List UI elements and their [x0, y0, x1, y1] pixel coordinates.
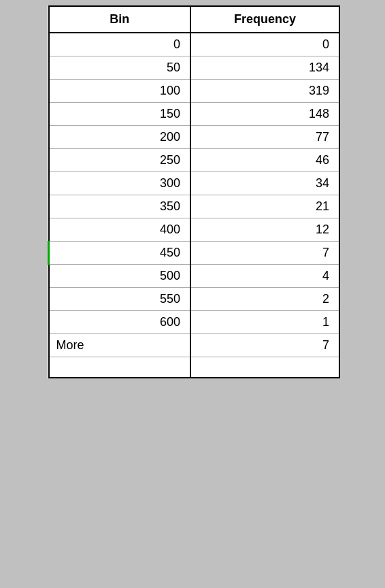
table-row: 25046: [49, 149, 340, 172]
table-row: 20077: [49, 126, 340, 149]
bin-cell: 550: [49, 288, 191, 311]
bin-cell: 450: [49, 242, 191, 265]
frequency-cell: 77: [190, 126, 339, 149]
frequency-cell: 12: [190, 218, 339, 242]
table-row: 00: [49, 33, 340, 56]
frequency-table: Bin Frequency 00501341003191501482007725…: [48, 5, 340, 378]
table-row: 40012: [49, 218, 340, 242]
table-row: More7: [49, 334, 340, 357]
bin-header: Bin: [49, 6, 191, 33]
bin-cell: 50: [49, 56, 191, 80]
frequency-cell: 4: [190, 265, 339, 288]
table-row: 150148: [49, 103, 340, 126]
table-row: 30034: [49, 172, 340, 195]
frequency-cell: 7: [190, 334, 339, 357]
frequency-cell: 7: [190, 242, 339, 265]
table-container: Bin Frequency 00501341003191501482007725…: [48, 5, 340, 378]
bin-cell: 500: [49, 265, 191, 288]
empty-cell-2: [190, 357, 339, 378]
bin-cell: 200: [49, 126, 191, 149]
frequency-cell: 148: [190, 103, 339, 126]
table-header-row: Bin Frequency: [49, 6, 340, 33]
frequency-cell: 134: [190, 56, 339, 80]
empty-row: [49, 357, 340, 378]
frequency-cell: 21: [190, 195, 339, 218]
table-row: 4507: [49, 242, 340, 265]
frequency-cell: 2: [190, 288, 339, 311]
frequency-header: Frequency: [190, 6, 339, 33]
bin-cell: 0: [49, 33, 191, 56]
frequency-cell: 1: [190, 311, 339, 334]
bin-cell: More: [49, 334, 191, 357]
table-row: 50134: [49, 56, 340, 80]
bin-cell: 250: [49, 149, 191, 172]
empty-cell-1: [49, 357, 191, 378]
table-row: 5502: [49, 288, 340, 311]
bin-cell: 300: [49, 172, 191, 195]
bin-cell: 150: [49, 103, 191, 126]
bin-cell: 400: [49, 218, 191, 242]
frequency-cell: 0: [190, 33, 339, 56]
bin-cell: 100: [49, 80, 191, 103]
table-row: 35021: [49, 195, 340, 218]
frequency-cell: 46: [190, 149, 339, 172]
frequency-cell: 34: [190, 172, 339, 195]
table-row: 100319: [49, 80, 340, 103]
bin-cell: 600: [49, 311, 191, 334]
table-row: 6001: [49, 311, 340, 334]
table-row: 5004: [49, 265, 340, 288]
frequency-cell: 319: [190, 80, 339, 103]
bin-cell: 350: [49, 195, 191, 218]
